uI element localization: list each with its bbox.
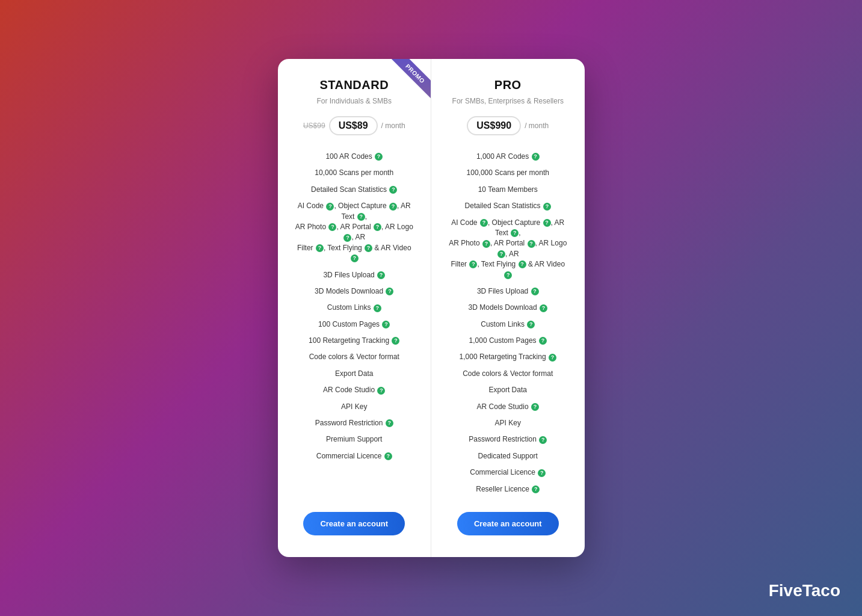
pro-price-per: / month (525, 122, 549, 130)
info-icon[interactable]: ? (538, 469, 546, 477)
list-item: 100 Custom Pages ? (295, 316, 414, 333)
list-item: AI Code ?, Object Capture ?, AR Text ?,A… (295, 198, 414, 266)
standard-plan-subtitle: For Individuals & SMBs (316, 97, 392, 105)
list-item: Reseller Licence ? (448, 481, 568, 497)
list-item: 100,000 Scans per month (448, 165, 568, 181)
info-icon[interactable]: ? (543, 219, 551, 227)
info-icon[interactable]: ? (326, 203, 334, 211)
info-icon[interactable]: ? (528, 240, 535, 248)
list-item: 100 AR Codes ? (295, 149, 414, 165)
info-icon[interactable]: ? (531, 288, 539, 295)
list-item: Code colors & Vector format (448, 366, 568, 382)
promo-ribbon: PROMO (383, 59, 431, 107)
info-icon[interactable]: ? (539, 337, 547, 345)
list-item: Password Restriction ? (295, 415, 414, 431)
list-item: 3D Files Upload ? (448, 283, 568, 300)
info-icon[interactable]: ? (482, 240, 490, 248)
info-icon[interactable]: ? (377, 387, 385, 395)
pro-features-list: 1,000 AR Codes ? 100,000 Scans per month… (448, 149, 568, 497)
info-icon[interactable]: ? (384, 452, 392, 460)
pro-price-row: US$990 / month (467, 116, 549, 135)
info-icon[interactable]: ? (469, 260, 477, 268)
pro-cta-button[interactable]: Create an account (457, 512, 559, 535)
standard-cta-button[interactable]: Create an account (303, 512, 405, 535)
info-icon[interactable]: ? (532, 153, 540, 161)
info-icon[interactable]: ? (392, 337, 399, 345)
list-item: Premium Support (295, 431, 414, 448)
list-item: 1,000 Retargeting Tracking ? (448, 349, 568, 365)
pro-plan-subtitle: For SMBs, Enterprises & Resellers (452, 97, 564, 105)
promo-label: PROMO (390, 59, 431, 99)
list-item: AI Code ?, Object Capture ?, AR Text ?,A… (448, 215, 568, 283)
info-icon[interactable]: ? (351, 254, 359, 262)
info-icon[interactable]: ? (357, 213, 365, 221)
list-item: Export Data (295, 366, 414, 382)
list-item: Custom Links ? (448, 316, 568, 333)
list-item: AR Code Studio ? (295, 382, 414, 398)
pro-price: US$990 (467, 116, 521, 135)
list-item: 1,000 AR Codes ? (448, 149, 568, 165)
list-item: Custom Links ? (295, 300, 414, 316)
pro-plan-column: PRO For SMBs, Enterprises & Resellers US… (431, 59, 585, 557)
list-item: 10 Team Members (448, 182, 568, 198)
info-icon[interactable]: ? (531, 403, 539, 411)
info-icon[interactable]: ? (543, 203, 551, 211)
info-icon[interactable]: ? (527, 321, 535, 328)
list-item: 100 Retargeting Tracking ? (295, 333, 414, 349)
info-icon[interactable]: ? (539, 436, 547, 444)
info-icon[interactable]: ? (365, 244, 372, 252)
info-icon[interactable]: ? (374, 304, 381, 312)
list-item: 3D Files Upload ? (295, 267, 414, 283)
standard-plan-column: PROMO STANDARD For Individuals & SMBs US… (278, 59, 431, 557)
info-icon[interactable]: ? (382, 321, 390, 328)
brand-logo: FiveTaco (769, 581, 840, 600)
info-icon[interactable]: ? (374, 223, 381, 231)
info-icon[interactable]: ? (549, 354, 556, 362)
info-icon[interactable]: ? (377, 271, 385, 279)
list-item: Code colors & Vector format (295, 349, 414, 365)
pricing-card: PROMO STANDARD For Individuals & SMBs US… (278, 59, 585, 557)
list-item: Dedicated Support (448, 448, 568, 464)
list-item: 3D Models Download ? (295, 283, 414, 300)
standard-price-row: US$99 US$89 / month (303, 116, 405, 135)
brand-name: FiveTaco (769, 581, 840, 600)
info-icon[interactable]: ? (316, 244, 324, 252)
info-icon[interactable]: ? (532, 485, 540, 493)
list-item: API Key (295, 399, 414, 415)
info-icon[interactable]: ? (389, 186, 397, 194)
info-icon[interactable]: ? (343, 234, 351, 242)
list-item: Commercial Licence ? (448, 464, 568, 481)
info-icon[interactable]: ? (511, 229, 519, 237)
info-icon[interactable]: ? (389, 203, 397, 211)
info-icon[interactable]: ? (504, 271, 512, 279)
list-item: AR Code Studio ? (448, 399, 568, 415)
list-item: Password Restriction ? (448, 431, 568, 448)
list-item: Commercial Licence ? (295, 448, 414, 464)
info-icon[interactable]: ? (328, 223, 336, 231)
standard-price: US$89 (329, 116, 378, 135)
info-icon[interactable]: ? (540, 304, 547, 312)
list-item: 1,000 Custom Pages ? (448, 333, 568, 349)
list-item: Detailed Scan Statistics ? (448, 198, 568, 214)
info-icon[interactable]: ? (519, 260, 526, 268)
info-icon[interactable]: ? (480, 219, 488, 227)
info-icon[interactable]: ? (375, 153, 383, 161)
list-item: Detailed Scan Statistics ? (295, 182, 414, 198)
standard-original-price: US$99 (303, 122, 325, 130)
list-item: Export Data (448, 382, 568, 398)
standard-plan-name: STANDARD (319, 78, 389, 92)
info-icon[interactable]: ? (386, 419, 393, 427)
list-item: 3D Models Download ? (448, 300, 568, 316)
pro-plan-name: PRO (494, 78, 522, 92)
standard-price-per: / month (381, 122, 405, 130)
standard-features-list: 100 AR Codes ? 10,000 Scans per month De… (295, 149, 414, 464)
info-icon[interactable]: ? (386, 288, 393, 295)
list-item: 10,000 Scans per month (295, 165, 414, 181)
list-item: API Key (448, 415, 568, 431)
info-icon[interactable]: ? (497, 250, 505, 258)
